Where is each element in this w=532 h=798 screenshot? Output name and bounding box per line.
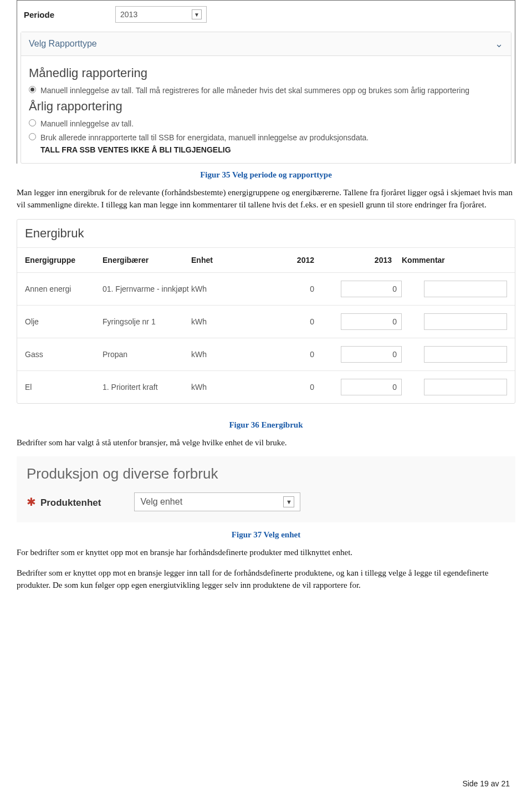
produktenhet-select[interactable]: Velg enhet ▼ (134, 492, 300, 511)
cell-2012: 0 (247, 383, 324, 392)
cell-group: Annen energi (25, 284, 103, 293)
periode-select[interactable]: 2013 ▼ (115, 6, 207, 23)
radio-yearly-manual[interactable] (29, 119, 36, 126)
input-comment[interactable] (424, 281, 507, 297)
chevron-down-icon: ▼ (283, 496, 294, 507)
radio-yearly-ssb[interactable] (29, 133, 36, 140)
col-energibaerer: Energibærer (103, 256, 191, 265)
periode-value: 2013 (120, 10, 137, 19)
cell-group: Gass (25, 350, 103, 359)
report-type-header[interactable]: Velg Rapporttype ⌄ (21, 32, 511, 56)
energibruk-header-row: Energigruppe Energibærer Enhet 2012 2013… (17, 247, 515, 272)
energibruk-panel: Energibruk Energigruppe Energibærer Enhe… (17, 219, 515, 404)
report-type-panel: Velg Rapporttype ⌄ Månedlig rapportering… (21, 32, 511, 164)
energibruk-title: Energibruk (17, 220, 515, 247)
input-2013[interactable] (341, 313, 402, 330)
figure-37-caption: Figur 37 Velg enhet (17, 530, 515, 540)
cell-2012: 0 (247, 350, 324, 359)
yearly-title: Årlig rapportering (29, 99, 503, 114)
radio-yearly-ssb-label: Bruk allerede innrapporterte tall til SS… (40, 132, 369, 143)
cell-unit: kWh (191, 284, 247, 293)
produktenhet-value: Velg enhet (140, 497, 182, 507)
col-energigruppe: Energigruppe (25, 256, 103, 265)
cell-carrier: Propan (103, 350, 191, 359)
figure-36-caption: Figur 36 Energibruk (17, 420, 515, 430)
col-kommentar: Kommentar (402, 256, 507, 265)
input-2013[interactable] (341, 346, 402, 363)
col-2012: 2012 (247, 256, 324, 265)
cell-unit: kWh (191, 350, 247, 359)
ssb-warning: TALL FRA SSB VENTES IKKE Å BLI TILGJENGE… (40, 145, 503, 154)
col-enhet: Enhet (191, 256, 247, 265)
produksjon-title: Produksjon og diverse forbruk (27, 465, 505, 482)
asterisk-icon: ✱ (27, 496, 36, 508)
radio-monthly-manual[interactable] (29, 86, 36, 93)
page-footer: Side 19 av 21 (462, 779, 510, 788)
cell-group: El (25, 383, 103, 392)
input-comment[interactable] (424, 346, 507, 363)
report-type-title: Velg Rapporttype (29, 39, 97, 49)
paragraph-1: Man legger inn energibruk for de relevan… (17, 186, 515, 211)
paragraph-2: Bedrifter som har valgt å stå utenfor br… (17, 436, 515, 449)
produktenhet-label: Produktenhet (40, 497, 101, 508)
table-row: Gass Propan kWh 0 (17, 338, 515, 370)
input-comment[interactable] (424, 313, 507, 330)
cell-unit: kWh (191, 383, 247, 392)
monthly-title: Månedlig rapportering (29, 66, 503, 80)
chevron-down-icon: ⌄ (495, 38, 503, 50)
input-2013[interactable] (341, 379, 402, 395)
paragraph-4: Bedrifter som er knyttet opp mot en bran… (17, 567, 515, 592)
cell-unit: kWh (191, 317, 247, 326)
input-comment[interactable] (424, 379, 507, 395)
chevron-down-icon: ▼ (192, 9, 202, 19)
radio-yearly-manual-label: Manuell innleggelse av tall. (40, 118, 134, 129)
col-2013: 2013 (324, 256, 402, 265)
cell-group: Olje (25, 317, 103, 326)
paragraph-3: For bedrifter som er knyttet opp mot en … (17, 546, 515, 559)
input-2013[interactable] (341, 281, 402, 297)
table-row: Annen energi 01. Fjernvarme - innkjøpt k… (17, 272, 515, 305)
figure-35-caption: Figur 35 Velg periode og rapporttype (17, 170, 515, 180)
table-row: El 1. Prioritert kraft kWh 0 (17, 370, 515, 403)
cell-2012: 0 (247, 317, 324, 326)
cell-carrier: 1. Prioritert kraft (103, 383, 191, 392)
cell-carrier: 01. Fjernvarme - innkjøpt (103, 284, 191, 293)
radio-monthly-manual-label: Manuell innleggelse av tall. Tall må reg… (40, 85, 469, 96)
cell-carrier: Fyringsolje nr 1 (103, 317, 191, 326)
table-row: Olje Fyringsolje nr 1 kWh 0 (17, 305, 515, 338)
periode-label: Periode (24, 10, 54, 19)
cell-2012: 0 (247, 284, 324, 293)
produksjon-panel: Produksjon og diverse forbruk ✱ Produkte… (17, 456, 515, 522)
form-frame: Periode 2013 ▼ Velg Rapporttype ⌄ Månedl… (17, 0, 515, 164)
